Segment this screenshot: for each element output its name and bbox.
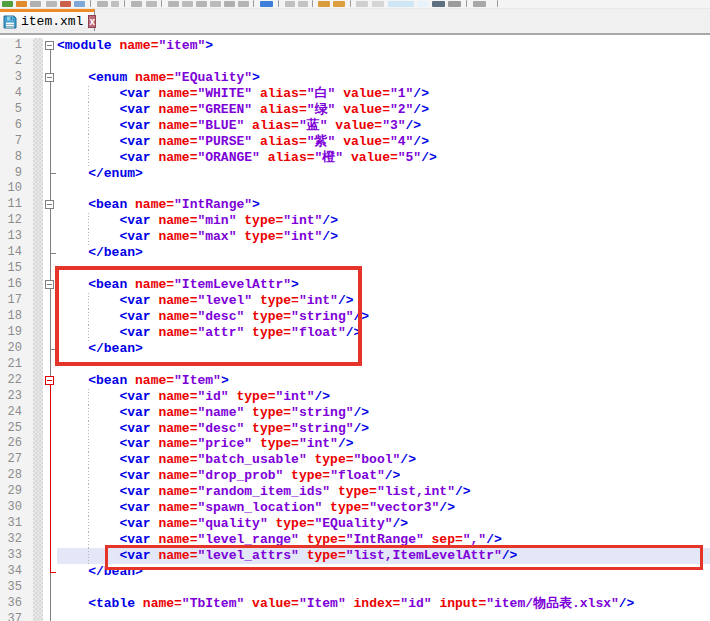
fold-margin[interactable] bbox=[43, 405, 57, 421]
fold-margin[interactable] bbox=[43, 166, 57, 182]
bookmark-margin[interactable] bbox=[33, 86, 43, 102]
code-line-text[interactable]: <var name="BLUE" alias="蓝" value="3"/> bbox=[57, 118, 710, 134]
code-line-text[interactable]: <bean name="IntRange"> bbox=[57, 197, 710, 213]
fold-margin[interactable] bbox=[43, 357, 57, 373]
fold-margin[interactable] bbox=[43, 213, 57, 229]
fold-margin[interactable] bbox=[43, 373, 57, 389]
fold-margin[interactable] bbox=[43, 245, 57, 261]
bookmark-margin[interactable] bbox=[33, 38, 43, 54]
code-line-text[interactable] bbox=[57, 580, 710, 596]
fold-margin[interactable] bbox=[43, 452, 57, 468]
code-line-text[interactable]: <var name="level_range" type="IntRange" … bbox=[57, 532, 710, 548]
bookmark-margin[interactable] bbox=[33, 548, 43, 564]
code-line-text[interactable]: <var name="WHITE" alias="白" value="1"/> bbox=[57, 86, 710, 102]
bookmark-margin[interactable] bbox=[33, 54, 43, 70]
fold-margin[interactable] bbox=[43, 532, 57, 548]
bookmark-margin[interactable] bbox=[33, 277, 43, 293]
fold-margin[interactable] bbox=[43, 134, 57, 150]
toolbar-button-cutoff[interactable] bbox=[46, 1, 57, 7]
toolbar-button-cutoff[interactable] bbox=[448, 1, 461, 7]
fold-collapse-icon[interactable] bbox=[45, 73, 54, 82]
code-line-text[interactable]: <var name="name" type="string"/> bbox=[57, 405, 710, 421]
bookmark-margin[interactable] bbox=[33, 166, 43, 182]
fold-margin[interactable] bbox=[43, 325, 57, 341]
toolbar-button-cutoff[interactable] bbox=[196, 1, 207, 7]
toolbar-button-cutoff[interactable] bbox=[372, 1, 384, 7]
bookmark-margin[interactable] bbox=[33, 389, 43, 405]
code-line-text[interactable]: <var name="quality" type="EQuality"/> bbox=[57, 516, 710, 532]
bookmark-margin[interactable] bbox=[33, 293, 43, 309]
bookmark-margin[interactable] bbox=[33, 436, 43, 452]
bookmark-margin[interactable] bbox=[33, 309, 43, 325]
toolbar-button-cutoff[interactable] bbox=[238, 1, 249, 7]
fold-margin[interactable] bbox=[43, 86, 57, 102]
fold-margin[interactable] bbox=[43, 564, 57, 580]
toolbar-button-cutoff[interactable] bbox=[182, 1, 193, 7]
fold-margin[interactable] bbox=[43, 612, 57, 621]
fold-margin[interactable] bbox=[43, 580, 57, 596]
code-line-text[interactable]: <var name="ORANGE" alias="橙" value="5"/> bbox=[57, 150, 710, 166]
code-line-text[interactable]: <module name="item"> bbox=[57, 38, 710, 54]
tab-item-xml[interactable]: item.xml x bbox=[0, 9, 95, 31]
fold-margin[interactable] bbox=[43, 596, 57, 612]
fold-margin[interactable] bbox=[43, 421, 57, 437]
toolbar-button-cutoff[interactable] bbox=[74, 1, 85, 7]
toolbar-button-cutoff[interactable] bbox=[388, 1, 414, 7]
toolbar-button-cutoff[interactable] bbox=[298, 1, 308, 7]
fold-margin[interactable] bbox=[43, 38, 57, 54]
fold-margin[interactable] bbox=[43, 341, 57, 357]
toolbar-button-cutoff[interactable] bbox=[210, 1, 221, 7]
code-line-text[interactable]: <var name="price" type="int"/> bbox=[57, 436, 710, 452]
code-line-text[interactable]: <var name="min" type="int"/> bbox=[57, 213, 710, 229]
bookmark-margin[interactable] bbox=[33, 500, 43, 516]
bookmark-margin[interactable] bbox=[33, 118, 43, 134]
code-line-text[interactable] bbox=[57, 612, 710, 621]
code-line-text[interactable]: <bean name="Item"> bbox=[57, 373, 710, 389]
fold-margin[interactable] bbox=[43, 54, 57, 70]
code-line-text[interactable]: <enum name="EQuality"> bbox=[57, 70, 710, 86]
fold-margin[interactable] bbox=[43, 293, 57, 309]
fold-margin[interactable] bbox=[43, 500, 57, 516]
toolbar-button-cutoff[interactable] bbox=[224, 1, 235, 7]
bookmark-margin[interactable] bbox=[33, 596, 43, 612]
code-line-text[interactable]: <table name="TbItem" value="Item" index=… bbox=[57, 596, 710, 612]
toolbar-button-cutoff[interactable] bbox=[356, 1, 368, 7]
fold-margin[interactable] bbox=[43, 102, 57, 118]
bookmark-margin[interactable] bbox=[33, 134, 43, 150]
code-line-text[interactable]: <var name="desc" type="string"/> bbox=[57, 421, 710, 437]
fold-margin[interactable] bbox=[43, 548, 57, 564]
toolbar-button-cutoff[interactable] bbox=[285, 1, 295, 7]
toolbar-button-cutoff[interactable] bbox=[168, 1, 179, 7]
fold-margin[interactable] bbox=[43, 70, 57, 86]
fold-margin[interactable] bbox=[43, 468, 57, 484]
bookmark-margin[interactable] bbox=[33, 468, 43, 484]
code-line-text[interactable]: <var name="id" type="int"/> bbox=[57, 389, 710, 405]
toolbar-button-cutoff[interactable] bbox=[2, 1, 13, 7]
bookmark-margin[interactable] bbox=[33, 197, 43, 213]
code-line-text[interactable]: <var name="drop_prob" type="float"/> bbox=[57, 468, 710, 484]
bookmark-margin[interactable] bbox=[33, 229, 43, 245]
fold-margin[interactable] bbox=[43, 181, 57, 197]
bookmark-margin[interactable] bbox=[33, 261, 43, 277]
fold-collapse-icon[interactable] bbox=[45, 41, 54, 50]
code-line-text[interactable]: <var name="level" type="int"/> bbox=[57, 293, 710, 309]
bookmark-margin[interactable] bbox=[33, 213, 43, 229]
toolbar-button-cutoff[interactable] bbox=[111, 1, 119, 7]
toolbar-button-cutoff[interactable] bbox=[131, 1, 142, 7]
bookmark-margin[interactable] bbox=[33, 357, 43, 373]
bookmark-margin[interactable] bbox=[33, 612, 43, 621]
fold-margin[interactable] bbox=[43, 197, 57, 213]
code-line-text[interactable]: </enum> bbox=[57, 166, 710, 182]
code-line-text[interactable]: </bean> bbox=[57, 341, 710, 357]
bookmark-margin[interactable] bbox=[33, 580, 43, 596]
toolbar-button-cutoff[interactable] bbox=[333, 1, 345, 7]
code-line-text[interactable]: </bean> bbox=[57, 245, 710, 261]
bookmark-margin[interactable] bbox=[33, 516, 43, 532]
code-line-text[interactable] bbox=[57, 181, 710, 197]
bookmark-margin[interactable] bbox=[33, 341, 43, 357]
bookmark-margin[interactable] bbox=[33, 564, 43, 580]
code-line-text[interactable] bbox=[57, 357, 710, 373]
toolbar-button-cutoff[interactable] bbox=[432, 1, 445, 7]
bookmark-margin[interactable] bbox=[33, 452, 43, 468]
toolbar-button-cutoff[interactable] bbox=[473, 1, 486, 7]
